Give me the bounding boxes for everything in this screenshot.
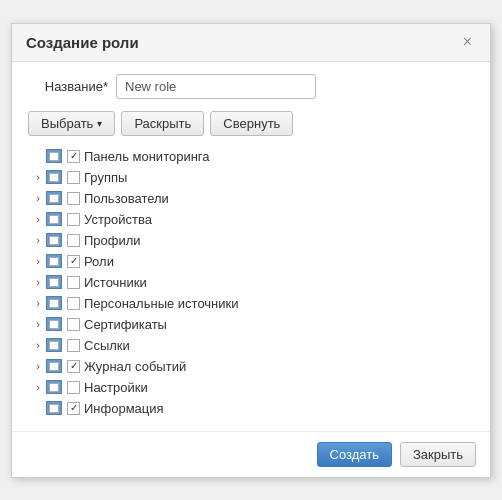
- collapse-button[interactable]: Свернуть: [210, 111, 293, 136]
- item-icon-inner: [49, 278, 59, 287]
- item-icon: [46, 149, 62, 163]
- item-icon-inner: [49, 383, 59, 392]
- item-icon-inner: [49, 236, 59, 245]
- expand-arrow-icon[interactable]: ›: [30, 318, 46, 330]
- expand-arrow-icon[interactable]: ›: [30, 297, 46, 309]
- item-icon: [46, 275, 62, 289]
- expand-button[interactable]: Раскрыть: [121, 111, 204, 136]
- create-button[interactable]: Создать: [317, 442, 392, 467]
- list-item: ›Журнал событий: [26, 356, 476, 377]
- dialog-footer: Создать Закрыть: [12, 431, 490, 477]
- item-checkbox[interactable]: [67, 402, 80, 415]
- expand-arrow-icon[interactable]: ›: [30, 381, 46, 393]
- item-label: Источники: [84, 275, 147, 290]
- toolbar: Выбрать ▾ Раскрыть Свернуть: [26, 111, 476, 136]
- item-checkbox[interactable]: [67, 360, 80, 373]
- item-icon: [46, 233, 62, 247]
- item-icon-inner: [49, 257, 59, 266]
- select-button[interactable]: Выбрать ▾: [28, 111, 115, 136]
- select-button-label: Выбрать: [41, 116, 93, 131]
- list-item: ›Ссылки: [26, 335, 476, 356]
- name-field-row: Название*: [26, 74, 476, 99]
- item-checkbox[interactable]: [67, 381, 80, 394]
- item-checkbox[interactable]: [67, 297, 80, 310]
- list-item: ›Роли: [26, 251, 476, 272]
- item-icon-inner: [49, 152, 59, 161]
- list-item: ›Профили: [26, 230, 476, 251]
- item-checkbox[interactable]: [67, 276, 80, 289]
- item-icon-inner: [49, 215, 59, 224]
- item-label: Группы: [84, 170, 127, 185]
- expand-arrow-icon[interactable]: ›: [30, 234, 46, 246]
- item-icon-inner: [49, 173, 59, 182]
- list-item: ›Персональные источники: [26, 293, 476, 314]
- item-label: Настройки: [84, 380, 148, 395]
- close-icon[interactable]: ×: [459, 34, 476, 50]
- dialog-body: Название* Выбрать ▾ Раскрыть Свернуть Па…: [12, 62, 490, 431]
- item-icon-inner: [49, 299, 59, 308]
- item-checkbox[interactable]: [67, 213, 80, 226]
- item-label: Роли: [84, 254, 114, 269]
- item-label: Информация: [84, 401, 164, 416]
- list-item: Информация: [26, 398, 476, 419]
- item-icon-inner: [49, 341, 59, 350]
- item-label: Ссылки: [84, 338, 130, 353]
- item-icon: [46, 254, 62, 268]
- item-checkbox[interactable]: [67, 255, 80, 268]
- item-label: Сертификаты: [84, 317, 167, 332]
- item-label: Панель мониторинга: [84, 149, 210, 164]
- item-icon-inner: [49, 362, 59, 371]
- expand-arrow-icon[interactable]: ›: [30, 276, 46, 288]
- item-label: Персональные источники: [84, 296, 239, 311]
- list-item: ›Сертификаты: [26, 314, 476, 335]
- item-checkbox[interactable]: [67, 192, 80, 205]
- item-label: Журнал событий: [84, 359, 186, 374]
- list-item: ›Настройки: [26, 377, 476, 398]
- name-input[interactable]: [116, 74, 316, 99]
- create-role-dialog: Создание роли × Название* Выбрать ▾ Раск…: [11, 23, 491, 478]
- tree-list: Панель мониторинга›Группы›Пользователи›У…: [26, 146, 476, 419]
- expand-arrow-icon[interactable]: ›: [30, 360, 46, 372]
- expand-arrow-icon[interactable]: ›: [30, 213, 46, 225]
- item-icon: [46, 170, 62, 184]
- list-item: Панель мониторинга: [26, 146, 476, 167]
- item-checkbox[interactable]: [67, 171, 80, 184]
- item-checkbox[interactable]: [67, 339, 80, 352]
- item-icon: [46, 338, 62, 352]
- item-icon: [46, 359, 62, 373]
- name-label: Название*: [26, 79, 116, 94]
- item-icon: [46, 380, 62, 394]
- item-icon: [46, 191, 62, 205]
- dialog-title: Создание роли: [26, 34, 139, 51]
- item-label: Устройства: [84, 212, 152, 227]
- item-icon-inner: [49, 404, 59, 413]
- item-label: Профили: [84, 233, 141, 248]
- item-label: Пользователи: [84, 191, 169, 206]
- item-icon: [46, 296, 62, 310]
- list-item: ›Группы: [26, 167, 476, 188]
- list-item: ›Устройства: [26, 209, 476, 230]
- list-item: ›Источники: [26, 272, 476, 293]
- expand-arrow-icon[interactable]: ›: [30, 255, 46, 267]
- item-icon-inner: [49, 194, 59, 203]
- dialog-header: Создание роли ×: [12, 24, 490, 62]
- item-checkbox[interactable]: [67, 234, 80, 247]
- item-checkbox[interactable]: [67, 318, 80, 331]
- item-icon: [46, 317, 62, 331]
- item-icon: [46, 401, 62, 415]
- expand-arrow-icon[interactable]: ›: [30, 339, 46, 351]
- item-icon-inner: [49, 320, 59, 329]
- expand-arrow-icon[interactable]: ›: [30, 192, 46, 204]
- expand-arrow-icon[interactable]: ›: [30, 171, 46, 183]
- item-icon: [46, 212, 62, 226]
- footer-close-button[interactable]: Закрыть: [400, 442, 476, 467]
- item-checkbox[interactable]: [67, 150, 80, 163]
- list-item: ›Пользователи: [26, 188, 476, 209]
- chevron-down-icon: ▾: [97, 118, 102, 129]
